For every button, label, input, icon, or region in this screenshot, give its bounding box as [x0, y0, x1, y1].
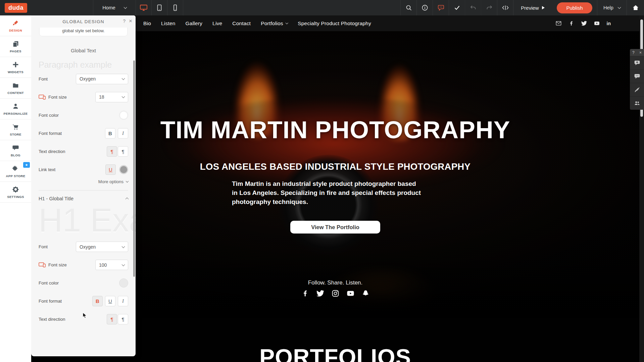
- sidebar-item-content[interactable]: CONTENT: [0, 78, 31, 99]
- panel-notice-text: global style set below.: [62, 28, 104, 33]
- tablet-icon: [156, 4, 163, 11]
- h1-global-title-header[interactable]: H1 - Global Title: [39, 196, 128, 201]
- undo-button[interactable]: [465, 0, 481, 15]
- direction-ltr-button[interactable]: ¶: [107, 146, 117, 157]
- h1-text-direction-label: Text direction: [39, 317, 65, 322]
- app-store-star-badge: ★: [23, 162, 30, 168]
- site-nav-menu: Bio Listen Gallery Live Contact Portfoli…: [143, 15, 371, 31]
- nav-item-gallery[interactable]: Gallery: [186, 20, 203, 27]
- device-mobile-button[interactable]: [167, 0, 183, 15]
- sidebar-item-widgets[interactable]: WIDGETS: [0, 57, 31, 78]
- publish-button[interactable]: Publish: [557, 2, 592, 13]
- sidebar-item-pages[interactable]: PAGES: [0, 36, 31, 57]
- snapchat-icon[interactable]: [362, 290, 369, 297]
- h1-underline-button[interactable]: U: [105, 296, 115, 306]
- hide-styles-button[interactable]: [630, 83, 644, 96]
- font-size-select[interactable]: 18: [95, 92, 128, 102]
- responsive-devices-icon: [39, 262, 46, 267]
- check-icon: [454, 4, 460, 11]
- comments-button[interactable]: [630, 69, 644, 83]
- device-tablet-button[interactable]: [152, 0, 167, 15]
- h1-direction-ltr-button[interactable]: ¶: [107, 314, 117, 324]
- collaborators-button[interactable]: [630, 96, 644, 110]
- preview-button[interactable]: Preview: [513, 0, 552, 15]
- font-size-label: Font size: [39, 95, 67, 100]
- h1-italic-button[interactable]: I: [118, 296, 128, 306]
- sidebar-item-label: BLOG: [11, 153, 20, 157]
- h1-font-size-select[interactable]: 100: [95, 260, 128, 270]
- sidebar-item-store[interactable]: STORE: [0, 119, 31, 140]
- hide-styles-icon: [634, 87, 640, 93]
- panel-scrollbar-thumb[interactable]: [133, 60, 135, 277]
- nav-item-contact[interactable]: Contact: [232, 20, 251, 27]
- h1-font-size-row: Font size 100: [39, 256, 128, 274]
- font-label: Font: [39, 76, 48, 82]
- youtube-icon[interactable]: [347, 290, 354, 297]
- dashboard-home-button[interactable]: [627, 0, 644, 15]
- nav-item-listen[interactable]: Listen: [161, 20, 176, 27]
- h1-bold-button[interactable]: B: [92, 296, 103, 306]
- cart-icon: [12, 123, 19, 131]
- sidebar-item-label: APP STORE: [6, 174, 25, 178]
- text-direction-label: Text direction: [39, 149, 65, 154]
- device-desktop-button[interactable]: [136, 0, 152, 15]
- twitter-icon[interactable]: [316, 290, 324, 297]
- youtube-icon[interactable]: [594, 20, 600, 26]
- italic-button[interactable]: I: [118, 128, 128, 139]
- font-color-swatch[interactable]: [119, 111, 128, 120]
- redo-button[interactable]: [481, 0, 497, 15]
- font-select[interactable]: Oxygen: [76, 74, 128, 84]
- nav-item-specialty[interactable]: Specialty Product Photography: [298, 20, 371, 27]
- chevron-down-icon: [123, 6, 127, 9]
- chevron-down-icon: [122, 263, 125, 266]
- close-icon[interactable]: ×: [639, 50, 642, 55]
- sidebar-item-label: WIDGETS: [8, 70, 23, 74]
- nav-item-portfolios[interactable]: Portfolios: [261, 20, 288, 27]
- panel-help-button[interactable]: ?: [123, 18, 126, 24]
- h1-sample-text: H1 Example: [39, 203, 128, 237]
- link-color-swatch[interactable]: [119, 165, 128, 174]
- approve-button[interactable]: [449, 0, 465, 15]
- dev-mode-button[interactable]: [497, 0, 513, 15]
- feedback-button[interactable]: [433, 0, 449, 15]
- h1-font-color-row: Font color: [39, 274, 128, 292]
- linkedin-icon[interactable]: in: [607, 21, 611, 26]
- facebook-icon[interactable]: [301, 290, 309, 297]
- sidebar-item-design[interactable]: DESIGN: [0, 15, 31, 36]
- twitter-icon[interactable]: [581, 20, 587, 26]
- facebook-icon[interactable]: [568, 20, 574, 26]
- h1-font-label: Font: [39, 244, 48, 249]
- bold-button[interactable]: B: [105, 128, 115, 139]
- link-underline-button[interactable]: U: [105, 164, 116, 175]
- sidebar-item-label: CONTENT: [7, 91, 24, 95]
- responsive-devices-icon: [39, 95, 46, 100]
- add-comment-button[interactable]: [630, 56, 644, 69]
- chevron-down-icon: [122, 77, 125, 80]
- toolbar-help-button[interactable]: ?: [632, 50, 635, 55]
- font-format-buttons: B I: [105, 128, 128, 139]
- h1-direction-rtl-button[interactable]: ¶: [118, 314, 128, 324]
- close-icon[interactable]: ×: [129, 18, 132, 24]
- chevron-down-icon: [122, 245, 125, 248]
- info-button[interactable]: [416, 0, 433, 15]
- sidebar-item-app-store[interactable]: APP STORE ★: [0, 161, 31, 182]
- email-icon[interactable]: [556, 20, 561, 26]
- h1-font-color-swatch[interactable]: [119, 278, 128, 288]
- h1-font-select[interactable]: Oxygen: [76, 242, 128, 252]
- sidebar-item-settings[interactable]: SETTINGS: [0, 182, 31, 203]
- instagram-icon[interactable]: [332, 290, 339, 297]
- view-portfolio-button[interactable]: View The Portfolio: [290, 221, 380, 234]
- more-options-link[interactable]: More options: [39, 179, 128, 184]
- sidebar-item-personalize[interactable]: PERSONALIZE: [0, 99, 31, 119]
- font-format-label: Font format: [39, 131, 62, 136]
- search-button[interactable]: [400, 0, 416, 15]
- sidebar-item-blog[interactable]: BLOG: [0, 140, 31, 161]
- nav-item-bio[interactable]: Bio: [143, 20, 151, 27]
- plus-icon: [12, 61, 19, 68]
- global-text-heading: Global Text: [39, 48, 128, 53]
- page-selector-dropdown[interactable]: Home: [93, 0, 136, 15]
- nav-item-live[interactable]: Live: [212, 20, 222, 27]
- help-dropdown[interactable]: Help: [597, 0, 627, 15]
- link-text-row: Link text U: [39, 160, 128, 178]
- direction-rtl-button[interactable]: ¶: [118, 146, 128, 157]
